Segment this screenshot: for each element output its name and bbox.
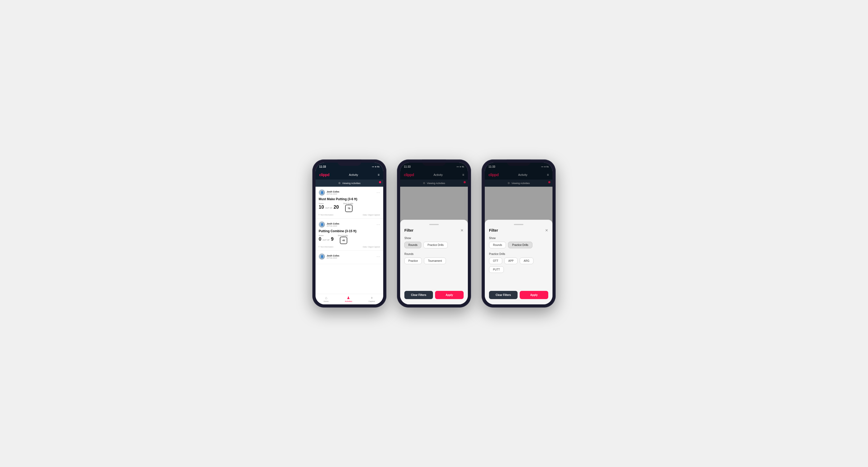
nav-item-capture[interactable]: + Capture xyxy=(368,295,375,302)
activity-feed: 👤 Josh Coles 28 Feb 2023 ··· Must Make P… xyxy=(315,187,383,294)
filter-modal: Filter ✕ Show Rounds Practice Drills Rou… xyxy=(400,220,468,304)
nav-item-home[interactable]: ⌂ Home xyxy=(324,295,329,302)
viewing-dot xyxy=(379,181,381,183)
info-text: Test Information xyxy=(320,246,334,248)
score-label: Score xyxy=(319,203,339,205)
battery-icon: 51 xyxy=(377,165,379,168)
score-value: 10 xyxy=(319,205,324,210)
user-name: Josh Coles xyxy=(327,254,339,257)
info-icon: ℹ xyxy=(319,214,319,216)
card-header: 👤 Josh Coles 28 Feb 2023 ··· xyxy=(319,189,380,196)
nav-label-activities: Activities xyxy=(345,301,352,302)
user-info: 👤 Josh Coles 28 Feb 2023 xyxy=(319,189,339,196)
modal-close-button[interactable]: ✕ xyxy=(460,228,464,232)
apply-button[interactable]: Apply xyxy=(435,291,464,299)
quality-badge: 75 xyxy=(345,205,352,212)
rounds-option-2[interactable]: ARG xyxy=(520,257,533,264)
header-title: Activity xyxy=(349,173,358,176)
filter-rounds-section: Practice Drills OTT APP ARG PUTT xyxy=(489,253,548,273)
clear-filters-button[interactable]: Clear Filters xyxy=(489,291,518,299)
user-date: 28 Feb 2023 xyxy=(327,257,339,259)
score-label: Score xyxy=(319,235,334,237)
quality-badge: 45 xyxy=(340,237,347,244)
clear-filters-button[interactable]: Clear Filters xyxy=(404,291,433,299)
user-info: 👤 Josh Coles 28 Feb 2023 xyxy=(319,221,339,228)
nav-icon-home: ⌂ xyxy=(325,295,327,300)
show-option-0[interactable]: Rounds xyxy=(489,242,506,248)
filter-modal: Filter ✕ Show Rounds Practice Drills Pra… xyxy=(485,220,553,304)
stats-row: Score 0 OUT OF 9 Shot Quality 45 xyxy=(319,235,380,244)
bottom-nav: ⌂ Home ♟ Activities + Capture xyxy=(315,294,383,304)
stats-row: Score 10 OUT OF 20 Shot Quality 75 xyxy=(319,203,380,212)
activity-title: Must Make Putting (3-6 ft) xyxy=(319,197,380,201)
rounds-option-1[interactable]: APP xyxy=(504,257,518,264)
user-name: Josh Coles xyxy=(327,222,339,225)
more-dots-button[interactable]: ··· xyxy=(377,191,380,194)
rounds-option-1[interactable]: Tournament xyxy=(424,257,446,264)
activity-card: 👤 Josh Coles 28 Feb 2023 ··· Must Make P… xyxy=(315,187,383,219)
filter-rounds-section: Rounds Practice Tournament xyxy=(404,253,464,264)
avatar: 👤 xyxy=(319,253,325,260)
avatar: 👤 xyxy=(319,221,325,228)
phone-screen: 11:33 ▪▪▪ ⌾ 51 clippd Activity ≡ ⚙ Viewi… xyxy=(315,163,383,304)
modal-header: Filter ✕ xyxy=(404,228,464,232)
signal-icon: ▪▪▪ xyxy=(372,165,374,168)
modal-handle xyxy=(429,224,439,225)
nav-label-capture: Capture xyxy=(368,301,375,302)
wifi-icon: ⌾ xyxy=(375,165,376,168)
nav-item-activities[interactable]: ♟ Activities xyxy=(345,295,352,302)
phone-screen: 11:33 ▪▪▪ ⌾ 51 clippd Activity ≡ ⚙ Viewi… xyxy=(400,163,468,304)
viewing-bar[interactable]: ⚙ Viewing Activities xyxy=(315,180,383,187)
app-header: clippd Activity ≡ xyxy=(315,170,383,180)
rounds-filter-buttons: OTT APP ARG PUTT xyxy=(489,257,548,273)
apply-button[interactable]: Apply xyxy=(520,291,548,299)
phone-notch xyxy=(338,159,361,166)
status-time: 11:33 xyxy=(319,165,326,168)
show-option-1[interactable]: Practice Drills xyxy=(508,242,532,248)
test-info: ℹ Test Information xyxy=(319,246,334,248)
rounds-filter-buttons: Practice Tournament xyxy=(404,257,464,264)
phone-screen: 11:33 ▪▪▪ ⌾ 51 clippd Activity ≡ ⚙ Viewi… xyxy=(485,163,553,304)
rounds-option-3[interactable]: PUTT xyxy=(489,266,504,273)
nav-icon-activities: ♟ xyxy=(347,295,350,300)
show-filter-buttons: Rounds Practice Drills xyxy=(489,242,548,248)
shots-value: 20 xyxy=(334,205,339,210)
out-of-label: OUT OF xyxy=(325,207,332,209)
info-text: Test Information xyxy=(320,214,334,216)
status-icons: ▪▪▪ ⌾ 51 xyxy=(372,165,379,168)
filter-overlay: Filter ✕ Show Rounds Practice Drills Rou… xyxy=(400,163,468,304)
test-info: ℹ Test Information xyxy=(319,214,334,216)
show-option-1[interactable]: Practice Drills xyxy=(424,242,447,248)
menu-icon[interactable]: ≡ xyxy=(378,173,379,177)
filter-overlay: Filter ✕ Show Rounds Practice Drills Pra… xyxy=(485,163,553,304)
activity-card: 👤 Josh Coles 28 Feb 2023 ··· Putting Com… xyxy=(315,219,383,251)
activity-title: Putting Combine (3-15 ft) xyxy=(319,229,380,233)
out-of-label: OUT OF xyxy=(323,239,330,241)
filter-show-section: Show Rounds Practice Drills xyxy=(489,237,548,248)
user-date: 28 Feb 2023 xyxy=(327,193,339,195)
rounds-label: Rounds xyxy=(404,253,464,255)
show-option-0[interactable]: Rounds xyxy=(404,242,421,248)
user-name: Josh Coles xyxy=(327,190,339,193)
more-dots-button[interactable]: ··· xyxy=(377,223,380,226)
modal-title: Filter xyxy=(404,228,413,232)
card-header: 👤 Josh Coles 28 Feb 2023 ··· xyxy=(319,253,380,260)
show-label: Show xyxy=(489,237,548,240)
modal-close-button[interactable]: ✕ xyxy=(545,228,548,232)
score-value: 0 xyxy=(319,237,321,242)
rounds-option-0[interactable]: Practice xyxy=(404,257,422,264)
filter-icon: ⚙ xyxy=(338,182,341,185)
app-logo: clippd xyxy=(319,173,329,177)
activity-card: 👤 Josh Coles 28 Feb 2023 ··· xyxy=(315,251,383,264)
nav-icon-capture: + xyxy=(371,295,373,300)
phone-3: 11:33 ▪▪▪ ⌾ 51 clippd Activity ≡ ⚙ Viewi… xyxy=(482,159,556,308)
quality-label: Shot Quality xyxy=(338,235,348,237)
card-header: 👤 Josh Coles 28 Feb 2023 ··· xyxy=(319,221,380,228)
more-dots-button[interactable]: ··· xyxy=(377,255,380,258)
avatar: 👤 xyxy=(319,189,325,196)
modal-title: Filter xyxy=(489,228,498,232)
rounds-option-0[interactable]: OTT xyxy=(489,257,502,264)
filter-show-section: Show Rounds Practice Drills xyxy=(404,237,464,248)
phones-container: 11:33 ▪▪▪ ⌾ 51 clippd Activity ≡ ⚙ Viewi… xyxy=(312,159,556,308)
show-label: Show xyxy=(404,237,464,240)
